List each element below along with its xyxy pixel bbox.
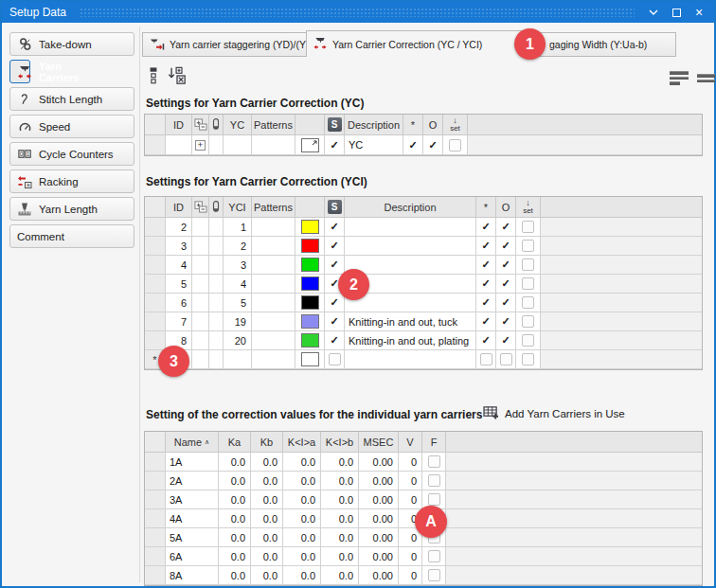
checkbox[interactable] — [428, 455, 440, 468]
cell-color[interactable] — [295, 350, 325, 369]
cell-s-check[interactable]: ✓ — [325, 294, 345, 312]
cell-s-check[interactable]: ✓ — [325, 218, 345, 237]
cell-msec[interactable]: 0.00 — [359, 490, 399, 509]
cell-yci[interactable]: 2 — [224, 237, 252, 256]
maximize-icon[interactable] — [671, 7, 682, 18]
cell-color[interactable] — [295, 312, 325, 331]
cell-kb[interactable]: 0.0 — [251, 528, 283, 547]
cell-yci[interactable]: 4 — [224, 275, 252, 294]
header-f[interactable]: F — [422, 432, 446, 453]
cell-star-check[interactable]: ✓ — [476, 312, 496, 331]
row-selector[interactable] — [145, 218, 166, 237]
cell-kib[interactable]: 0.0 — [321, 528, 359, 547]
cell-v[interactable]: 0 — [399, 566, 422, 585]
cell-ka[interactable]: 0.0 — [219, 453, 251, 472]
cell-set[interactable] — [516, 331, 541, 350]
cell-patterns[interactable] — [252, 218, 295, 237]
add-yarn-carriers-button[interactable]: Add Yarn Carriers in Use — [483, 405, 625, 421]
cell-v[interactable]: 0 — [399, 453, 422, 472]
cell-patterns[interactable] — [252, 275, 295, 294]
row-selector[interactable] — [145, 275, 166, 294]
row-selector[interactable] — [145, 331, 166, 350]
cell-name[interactable]: 8A — [166, 566, 219, 585]
cell-color[interactable] — [295, 331, 325, 350]
cell-yci[interactable]: 3 — [224, 256, 252, 275]
cell-star-check[interactable]: ✓ — [476, 275, 496, 294]
cell-ka[interactable]: 0.0 — [219, 509, 251, 528]
cell-id[interactable]: 6 — [166, 294, 192, 312]
checkbox[interactable] — [500, 353, 512, 365]
cell-color[interactable] — [295, 275, 325, 294]
cell-kib[interactable]: 0.0 — [321, 472, 359, 490]
cell-v[interactable]: 0 — [399, 490, 422, 509]
cell-ka[interactable]: 0.0 — [219, 472, 251, 490]
cell-o-check[interactable]: ✓ — [496, 294, 516, 312]
row-selector[interactable] — [145, 528, 166, 547]
cell-yci[interactable]: 20 — [224, 331, 252, 350]
cell-o-check[interactable]: ✓ — [496, 218, 516, 237]
header-ka[interactable]: Ka — [219, 432, 251, 453]
sidebar-item-racking[interactable]: a Racking — [9, 169, 134, 193]
cell-description[interactable] — [345, 237, 476, 256]
cell-v[interactable]: 0 — [399, 547, 422, 566]
cell-id[interactable]: 7 — [166, 312, 192, 331]
sidebar-item-take-down[interactable]: Take-down — [9, 32, 134, 56]
cell-set[interactable] — [516, 294, 541, 312]
checkbox[interactable] — [522, 315, 534, 328]
row-selector[interactable] — [145, 237, 166, 256]
header-name[interactable]: Name∧ — [166, 432, 219, 453]
cell-s-check[interactable]: ✓ — [325, 331, 345, 350]
row-selector[interactable] — [145, 566, 166, 585]
cell-kib[interactable]: 0.0 — [321, 566, 359, 585]
cell-name[interactable]: 3A — [166, 490, 219, 509]
cell-kb[interactable]: 0.0 — [251, 566, 283, 585]
cell-kia[interactable]: 0.0 — [283, 547, 321, 566]
cell-ka[interactable]: 0.0 — [219, 528, 251, 547]
expand-collapse-all-icon[interactable] — [192, 115, 209, 135]
cell-msec[interactable]: 0.00 — [359, 472, 399, 490]
header-msec[interactable]: MSEC — [359, 432, 399, 453]
cell-description[interactable] — [345, 256, 476, 275]
cell-msec[interactable]: 0.00 — [359, 453, 399, 472]
tab-gaging-width[interactable]: gaging Width (Y:Ua-b) — [529, 32, 676, 57]
cell-s-check[interactable]: ✓ — [325, 237, 345, 256]
row-selector[interactable] — [145, 490, 166, 509]
cell-description[interactable] — [345, 350, 476, 369]
cell-star-check[interactable]: ✓ — [476, 294, 496, 312]
header-kib[interactable]: K<I>b — [321, 432, 359, 453]
cell-id[interactable]: 2 — [166, 218, 192, 237]
expand-row-button[interactable]: + — [192, 135, 209, 155]
cell-kib[interactable]: 0.0 — [321, 509, 359, 528]
cell-set[interactable] — [516, 275, 541, 294]
cell-set[interactable] — [516, 256, 541, 275]
cell-v[interactable]: 0 — [399, 472, 422, 490]
checkbox[interactable] — [428, 474, 440, 487]
cell-o-check[interactable]: ✓ — [423, 135, 443, 155]
cell-set[interactable] — [443, 135, 468, 155]
cell-kia[interactable]: 0.0 — [283, 509, 321, 528]
cell-description[interactable]: Knitting-in and out, plating — [345, 331, 476, 350]
cell-description[interactable]: YC — [345, 135, 403, 155]
pin-window-icon[interactable] — [648, 7, 659, 18]
cell-description[interactable] — [345, 218, 476, 237]
cell-kib[interactable]: 0.0 — [321, 547, 359, 566]
cell-set[interactable] — [516, 237, 541, 256]
cell-ka[interactable]: 0.0 — [219, 490, 251, 509]
cell-star-check[interactable] — [476, 350, 496, 369]
row-selector[interactable] — [145, 547, 166, 566]
header-kia[interactable]: K<I>a — [283, 432, 321, 453]
cell-color[interactable] — [295, 294, 325, 312]
cell-kia[interactable]: 0.0 — [283, 528, 321, 547]
sidebar-item-yarn-carriers[interactable]: Yarn Carriers — [9, 60, 30, 83]
cell-f[interactable] — [422, 453, 446, 472]
cell-s-check[interactable]: ✓ — [325, 256, 345, 275]
cell-s-check[interactable]: ✓ — [325, 135, 345, 155]
cell-kb[interactable]: 0.0 — [251, 547, 283, 566]
row-selector[interactable] — [145, 312, 166, 331]
cell-color[interactable] — [295, 256, 325, 275]
cell-id[interactable]: 3 — [166, 237, 192, 256]
cell-o-check[interactable]: ✓ — [496, 275, 516, 294]
row-selector[interactable] — [145, 472, 166, 490]
cell-o-check[interactable]: ✓ — [496, 331, 516, 350]
cell-kb[interactable]: 0.0 — [251, 490, 283, 509]
